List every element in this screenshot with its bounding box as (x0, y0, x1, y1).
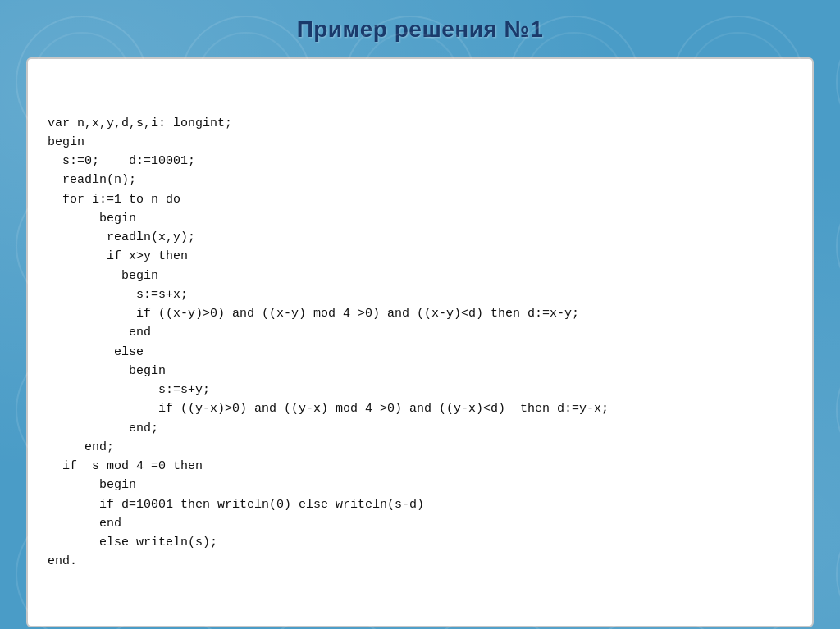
page-container: Пример решения №1 var n,x,y,d,s,i: longi… (0, 0, 840, 629)
code-content: var n,x,y,d,s,i: longint; begin s:=0; d:… (48, 114, 792, 572)
page-title: Пример решения №1 (297, 16, 544, 43)
code-box: var n,x,y,d,s,i: longint; begin s:=0; d:… (26, 57, 814, 627)
